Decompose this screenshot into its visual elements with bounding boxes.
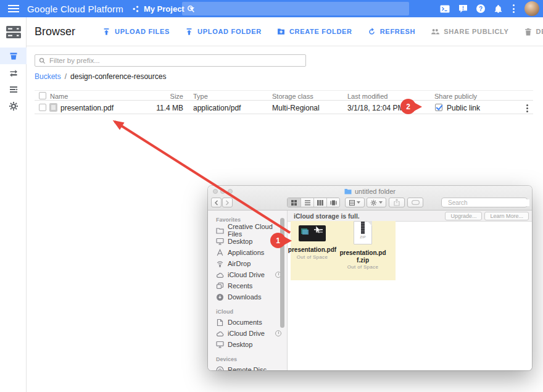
object-name-link[interactable]: presentation.pdf [60, 104, 114, 112]
rail-item-transfer[interactable] [0, 64, 27, 81]
col-size: Size [132, 93, 183, 100]
gcp-left-rail [0, 17, 27, 392]
cursor-icon [315, 226, 321, 233]
sidebar-heading-favorites: Favorites [216, 217, 287, 223]
browser-toolbar: Browser UPLOAD FILES UPLOAD FOLDER [27, 17, 543, 46]
file-type-icon [49, 103, 57, 112]
public-link-checkbox[interactable] [435, 104, 442, 111]
sidebar-item-recents[interactable]: Recents [208, 280, 287, 291]
progress-pie-icon [275, 330, 281, 336]
breadcrumb-buckets-link[interactable]: Buckets [35, 72, 61, 81]
user-avatar[interactable] [524, 1, 539, 16]
object-size: 11.4 MB [132, 104, 183, 112]
tags-button[interactable] [407, 198, 423, 207]
sidebar-item-downloads[interactable]: Downloads [208, 291, 287, 302]
cloud-icon [216, 272, 224, 278]
swap-arrows-icon [9, 69, 19, 77]
finder-window: untitled folder [208, 186, 532, 370]
sidebar-heading-devices: Devices [216, 356, 287, 362]
project-icon [132, 5, 140, 13]
annotation-step-1: 1 [270, 233, 286, 248]
share-icon [394, 199, 400, 206]
sidebar-item-icloud-drive-2[interactable]: iCloud Drive [208, 328, 287, 339]
breadcrumb-current: design-conference-resources [70, 72, 166, 81]
delete-button[interactable]: DELETE [524, 28, 543, 36]
breadcrumb-separator: / [65, 72, 67, 81]
notifications-bell-icon[interactable] [494, 4, 503, 14]
col-storage-class: Storage class [272, 93, 313, 100]
object-type: application/pdf [193, 104, 241, 112]
screen: Google Cloud Platform My Project [0, 0, 543, 392]
upgrade-button[interactable]: Upgrade... [445, 212, 482, 220]
finder-titlebar[interactable]: untitled folder [208, 186, 532, 211]
objects-table: Name Size Type Storage class Last modifi… [35, 90, 533, 114]
finder-search-field[interactable] [441, 198, 528, 207]
rail-item-settings[interactable] [0, 98, 27, 114]
sidebar-item-icloud-drive[interactable]: iCloud Drive [208, 269, 287, 280]
chevron-down-icon [357, 201, 360, 204]
sidebar-item-documents[interactable]: Documents [208, 317, 287, 328]
back-button[interactable] [211, 198, 222, 207]
more-options-icon[interactable] [512, 3, 516, 14]
share-publicly-button[interactable]: SHARE PUBLICLY [431, 28, 508, 35]
row-more-options-icon[interactable] [524, 103, 531, 114]
file-presentation-pdf-zip[interactable]: ZIP presentation.pdf.zip Out of Space [338, 221, 388, 270]
zip-file-icon: ZIP [354, 221, 372, 244]
toolbar-divider [0, 46, 543, 46]
filter-field[interactable] [35, 54, 306, 67]
cloud-icon [216, 330, 224, 337]
finder-search-input[interactable] [448, 199, 529, 206]
cloud-shell-icon[interactable] [440, 5, 450, 13]
sidebar-item-applications[interactable]: Applications [208, 247, 287, 258]
action-menu-button[interactable] [367, 198, 386, 207]
gear-icon [9, 101, 19, 111]
global-search[interactable] [182, 2, 409, 15]
file-name: presentation.pdf [288, 246, 337, 254]
feedback-icon[interactable] [458, 4, 468, 13]
row-checkbox[interactable] [39, 104, 46, 111]
col-name: Name [50, 93, 68, 100]
icon-view-button[interactable] [288, 198, 301, 207]
global-search-input[interactable] [199, 4, 404, 13]
refresh-button[interactable]: REFRESH [368, 28, 415, 36]
sidebar-item-desktop-2[interactable]: Desktop [208, 339, 287, 350]
sidebar-item-airdrop[interactable]: AirDrop [208, 258, 287, 269]
coverflow-view-button[interactable] [326, 198, 339, 207]
disc-icon [216, 366, 224, 371]
gcp-brand[interactable]: Google Cloud Platform [27, 4, 123, 14]
top-bar-actions: ? [440, 0, 539, 17]
file-name: presentation.pdf.zip [338, 249, 388, 264]
filter-input[interactable] [49, 57, 302, 64]
view-switcher [287, 198, 340, 207]
upload-files-button[interactable]: UPLOAD FILES [102, 28, 170, 36]
col-last-modified: Last modified [347, 93, 388, 100]
forward-button[interactable] [222, 198, 233, 207]
help-icon[interactable]: ? [476, 4, 485, 13]
sidebar-heading-icloud: iCloud [216, 309, 287, 315]
sidebar-item-remote-disc[interactable]: Remote Disc [208, 364, 287, 370]
search-icon [187, 5, 195, 13]
folder-icon [344, 188, 352, 194]
upload-folder-button[interactable]: UPLOAD FOLDER [185, 28, 262, 36]
list-view-button[interactable] [301, 198, 313, 207]
documents-icon [216, 319, 224, 327]
rail-item-buckets[interactable] [0, 48, 27, 64]
trash-icon [524, 28, 532, 36]
people-icon [431, 28, 439, 35]
learn-more-button[interactable]: Learn More... [484, 212, 529, 220]
object-last-modified: 3/1/18, 12:04 PM [347, 104, 404, 112]
upload-icon [102, 28, 110, 36]
create-folder-button[interactable]: CREATE FOLDER [277, 28, 352, 35]
select-all-checkbox[interactable] [39, 92, 46, 99]
file-presentation-pdf[interactable]: presentation.pdf Out of Space [288, 225, 337, 260]
share-button[interactable] [389, 198, 405, 207]
group-by-button[interactable] [345, 198, 365, 207]
downloads-icon [216, 293, 224, 301]
object-storage-class: Multi-Regional [272, 104, 320, 112]
col-type: Type [193, 93, 208, 100]
refresh-icon [368, 28, 376, 36]
column-view-button[interactable] [313, 198, 326, 207]
col-share-publicly: Share publicly [434, 93, 477, 100]
menu-icon[interactable] [6, 3, 22, 14]
rail-item-transfer-appliance[interactable] [0, 81, 27, 98]
